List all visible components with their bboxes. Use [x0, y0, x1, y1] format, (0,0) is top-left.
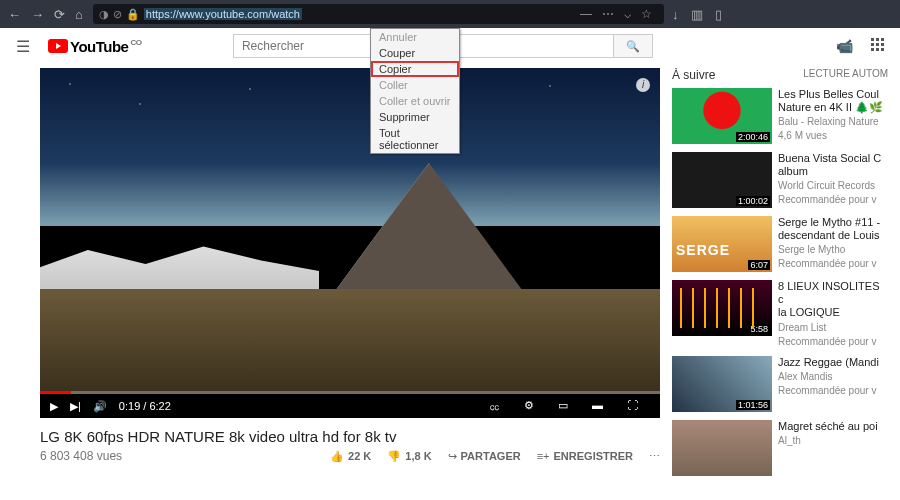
suggestion-item[interactable]: 2:00:46 Les Plus Belles CoulNature en 4K… — [672, 88, 888, 144]
subtitles-icon[interactable]: ㏄ — [489, 399, 500, 414]
tracking-shield-icon: ◑ — [99, 8, 109, 21]
info-card-icon[interactable]: i — [636, 78, 650, 92]
ctx-paste[interactable]: Coller — [371, 77, 459, 93]
play-button[interactable]: ▶ — [50, 400, 58, 413]
reader-icon[interactable]: — — [580, 7, 592, 21]
video-player[interactable]: i ▶ ▶| 🔊 0:19 / 6:22 ㏄ ⚙ ▭ ▬ ⛶ — [40, 68, 660, 418]
save-button[interactable]: ≡+ ENREGISTRER — [537, 450, 633, 463]
lock-icon: 🔒 — [126, 8, 140, 21]
fullscreen-icon[interactable]: ⛶ — [627, 399, 638, 414]
thumbnail[interactable]: 5:58 — [672, 280, 772, 336]
context-menu[interactable]: Annuler Couper Copier Coller Coller et o… — [370, 28, 460, 154]
search-button[interactable]: 🔍 — [613, 34, 653, 58]
share-button[interactable]: ↪ PARTAGER — [448, 450, 521, 463]
video-column: i ▶ ▶| 🔊 0:19 / 6:22 ㏄ ⚙ ▭ ▬ ⛶ LG 8K 60f… — [40, 68, 660, 500]
ctx-copy[interactable]: Copier — [371, 61, 459, 77]
miniplayer-icon[interactable]: ▭ — [558, 399, 568, 414]
thumbnail[interactable]: 1:00:02 — [672, 152, 772, 208]
thumbnail[interactable] — [672, 420, 772, 476]
browser-chrome: ← → ⟳ ⌂ ◑ ⊘ 🔒 https://www.youtube.com/wa… — [0, 0, 900, 28]
ctx-delete[interactable]: Supprimer — [371, 109, 459, 125]
thumbnail[interactable]: 1:01:56 — [672, 356, 772, 412]
up-next-label: À suivre — [672, 68, 715, 82]
apps-grid-icon[interactable] — [871, 38, 884, 54]
time-display: 0:19 / 6:22 — [119, 400, 171, 412]
thumbnail[interactable]: 2:00:46 — [672, 88, 772, 144]
logo-region: CO — [130, 38, 141, 47]
back-button[interactable]: ← — [8, 7, 21, 22]
header-actions: 📹 — [836, 38, 884, 54]
address-bar[interactable]: ◑ ⊘ 🔒 https://www.youtube.com/watch — ⋯ … — [93, 4, 664, 24]
theater-icon[interactable]: ▬ — [592, 399, 603, 414]
ctx-cut[interactable]: Couper — [371, 45, 459, 61]
page-actions-icon[interactable]: ⋯ — [602, 7, 614, 21]
youtube-play-icon — [48, 39, 68, 53]
volume-icon[interactable]: 🔊 — [93, 400, 107, 413]
permission-icon: ⊘ — [113, 8, 122, 21]
video-meta-row: 6 803 408 vues 👍 22 K 👎 1,8 K ↪ PARTAGER… — [40, 449, 660, 463]
bookmark-star-icon[interactable]: ☆ — [641, 7, 652, 21]
create-video-icon[interactable]: 📹 — [836, 38, 853, 54]
ctx-undo[interactable]: Annuler — [371, 29, 459, 45]
more-actions-icon[interactable]: ⋯ — [649, 450, 660, 463]
urlbar-actions: — ⋯ ⌵ ☆ — [580, 7, 652, 21]
suggestion-item[interactable]: 1:00:02 Buena Vista Social CalbumWorld C… — [672, 152, 888, 208]
browser-nav: ← → ⟳ ⌂ — [8, 7, 83, 22]
next-button[interactable]: ▶| — [70, 400, 81, 413]
video-frame-stars — [50, 74, 650, 144]
browser-right-icons: ↓ ▥ ▯ — [672, 7, 892, 22]
ctx-select-all[interactable]: Tout sélectionner — [371, 125, 459, 153]
autoplay-label[interactable]: LECTURE AUTOM — [803, 68, 888, 82]
home-button[interactable]: ⌂ — [75, 7, 83, 22]
youtube-logo[interactable]: YouTube CO — [48, 38, 141, 55]
dislike-button[interactable]: 👎 1,8 K — [387, 450, 431, 463]
hamburger-icon[interactable]: ☰ — [16, 37, 30, 56]
downloads-icon[interactable]: ↓ — [672, 7, 679, 22]
video-frame-ground — [40, 289, 660, 394]
video-actions: 👍 22 K 👎 1,8 K ↪ PARTAGER ≡+ ENREGISTRER… — [330, 450, 660, 463]
player-controls: ▶ ▶| 🔊 0:19 / 6:22 ㏄ ⚙ ▭ ▬ ⛶ — [40, 394, 660, 418]
logo-text: YouTube — [70, 38, 128, 55]
like-button[interactable]: 👍 22 K — [330, 450, 371, 463]
ctx-paste-go[interactable]: Coller et ouvrir — [371, 93, 459, 109]
up-next-header: À suivre LECTURE AUTOM — [672, 68, 888, 88]
suggestions-column: À suivre LECTURE AUTOM 2:00:46 Les Plus … — [672, 68, 888, 500]
view-count: 6 803 408 vues — [40, 449, 122, 463]
video-title: LG 8K 60fps HDR NATURE 8k video ultra hd… — [40, 428, 660, 445]
suggestion-item[interactable]: 5:58 8 LIEUX INSOLITES cla LOGIQUEDream … — [672, 280, 888, 348]
settings-gear-icon[interactable]: ⚙ — [524, 399, 534, 414]
suggestion-item[interactable]: Magret séché au poiAl_th — [672, 420, 888, 476]
library-icon[interactable]: ▥ — [691, 7, 703, 22]
reload-button[interactable]: ⟳ — [54, 7, 65, 22]
suggestion-item[interactable]: 6:07 Serge le Mytho #11 -descendant de L… — [672, 216, 888, 272]
pocket-icon[interactable]: ⌵ — [624, 7, 631, 21]
thumbnail[interactable]: 6:07 — [672, 216, 772, 272]
forward-button[interactable]: → — [31, 7, 44, 22]
suggestion-item[interactable]: 1:01:56 Jazz Reggae (MandiAlex MandisRec… — [672, 356, 888, 412]
url-text: https://www.youtube.com/watch — [144, 8, 302, 20]
sidebar-icon[interactable]: ▯ — [715, 7, 722, 22]
